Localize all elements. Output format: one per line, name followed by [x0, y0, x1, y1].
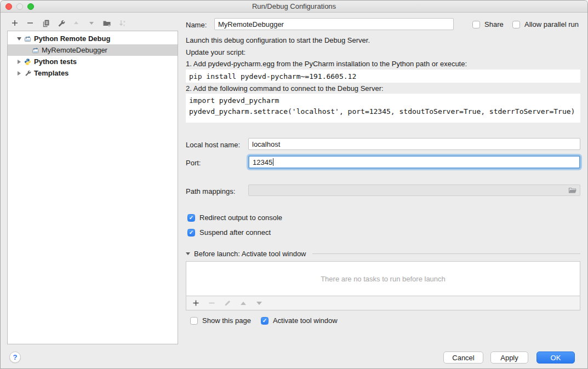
wrench-icon[interactable]: [56, 19, 65, 27]
port-value: 12345: [253, 158, 272, 166]
chevron-down-icon[interactable]: [15, 37, 22, 41]
share-checkbox[interactable]: [472, 21, 480, 28]
close-button[interactable]: [5, 3, 12, 10]
help-question-icon: ?: [13, 353, 18, 361]
port-input[interactable]: 12345: [248, 155, 580, 169]
add-task-icon[interactable]: [191, 299, 200, 308]
tree-item-label: Python Remote Debug: [34, 34, 110, 43]
page-option-row: Show this page Activate tool window: [190, 316, 338, 325]
move-task-down-icon[interactable]: [255, 299, 264, 308]
section-divider: [312, 253, 580, 254]
move-down-icon[interactable]: [87, 19, 96, 27]
remote-debug-icon: [32, 47, 39, 54]
share-checkbox-row: Share: [472, 20, 504, 28]
cancel-button[interactable]: Cancel: [443, 351, 483, 364]
collapse-triangle-icon[interactable]: [186, 252, 190, 255]
configurations-toolbar: az: [10, 19, 127, 27]
suspend-after-connect-checkbox[interactable]: [187, 229, 195, 237]
tree-item-python-remote-debug[interactable]: Python Remote Debug: [8, 33, 178, 44]
remove-icon[interactable]: [26, 19, 35, 27]
python-icon: [24, 58, 31, 66]
chevron-right-icon[interactable]: [15, 60, 22, 64]
task-list-toolbar: [186, 296, 580, 310]
move-up-icon[interactable]: [72, 19, 81, 27]
share-label: Share: [484, 20, 504, 28]
before-launch-title: Before launch: Activate tool window: [194, 250, 306, 258]
activate-tool-window-label: Activate tool window: [273, 316, 338, 325]
apply-button[interactable]: Apply: [490, 351, 528, 364]
add-icon[interactable]: [10, 19, 19, 27]
help-button[interactable]: ?: [9, 351, 21, 363]
local-host-input[interactable]: localhost: [248, 138, 580, 150]
instruction-intro: Launch this debug configuration to start…: [186, 36, 370, 44]
svg-text:a: a: [123, 20, 125, 23]
suspend-after-connect-row: Suspend after connect: [187, 228, 271, 237]
tree-item-label: Templates: [34, 69, 68, 77]
tree-item-python-tests[interactable]: Python tests: [8, 56, 178, 67]
name-value: MyRemoteDebugger: [218, 20, 284, 28]
path-mappings-input[interactable]: [248, 184, 580, 196]
window-title: Run/Debug Configurations: [252, 2, 336, 10]
settrace-code-line2: pydevd_pycharm.settrace('localhost', por…: [189, 107, 575, 116]
local-host-value: localhost: [252, 140, 280, 148]
name-label: Name:: [186, 21, 207, 29]
suspend-after-connect-label: Suspend after connect: [199, 228, 271, 237]
title-bar[interactable]: Run/Debug Configurations: [1, 1, 587, 13]
text-caret: [273, 158, 273, 166]
copy-icon[interactable]: [41, 19, 50, 27]
traffic-lights: [5, 3, 34, 10]
remote-debug-icon: [24, 35, 31, 43]
instruction-step1: 1. Add pydevd-pycharm.egg from the PyCha…: [186, 60, 467, 68]
ok-button[interactable]: OK: [536, 351, 575, 364]
redirect-output-row: Redirect output to console: [187, 214, 282, 222]
tree-item-templates[interactable]: Templates: [8, 67, 178, 79]
allow-parallel-checkbox-row: Allow parallel run: [512, 20, 579, 28]
show-this-page-label: Show this page: [202, 316, 251, 325]
browse-folder-icon[interactable]: [568, 187, 577, 194]
port-label: Port:: [186, 159, 201, 167]
configurations-tree: Python Remote Debug MyRemoteDebugger Pyt…: [7, 31, 178, 344]
allow-parallel-run-checkbox[interactable]: [512, 21, 520, 28]
move-task-up-icon[interactable]: [239, 299, 248, 308]
before-launch-header[interactable]: Before launch: Activate tool window: [186, 250, 580, 258]
redirect-output-checkbox[interactable]: [187, 214, 195, 222]
zoom-button[interactable]: [27, 3, 34, 10]
name-input[interactable]: MyRemoteDebugger: [214, 18, 454, 30]
settrace-code: import pydevd_pycharm pydevd_pycharm.set…: [186, 94, 580, 123]
redirect-output-label: Redirect output to console: [199, 214, 282, 222]
tree-item-label: Python tests: [34, 57, 77, 66]
before-launch-task-list[interactable]: There are no tasks to run before launch: [186, 261, 580, 296]
instruction-step2: 2. Add the following command to connect …: [186, 84, 384, 93]
activate-tool-window-checkbox[interactable]: [261, 317, 269, 325]
new-folder-icon[interactable]: [102, 19, 111, 27]
path-mappings-label: Path mappings:: [186, 187, 235, 195]
instruction-update: Update your script:: [186, 48, 246, 56]
pip-install-code: pip install pydevd-pycharm~=191.6605.12: [186, 70, 580, 83]
settrace-code-line1: import pydevd_pycharm: [189, 96, 279, 105]
show-this-page-checkbox[interactable]: [190, 317, 198, 325]
tree-item-myremotedebugger[interactable]: MyRemoteDebugger: [8, 44, 178, 56]
sort-alphabetically-icon[interactable]: az: [118, 19, 127, 27]
chevron-right-icon[interactable]: [15, 71, 22, 76]
edit-task-icon[interactable]: [223, 299, 232, 308]
local-host-label: Local host name:: [186, 141, 240, 149]
tree-item-label: MyRemoteDebugger: [42, 46, 107, 54]
svg-text:z: z: [123, 24, 125, 27]
run-debug-configurations-dialog: Run/Debug Configurations az: [0, 0, 588, 369]
allow-parallel-run-label: Allow parallel run: [524, 20, 579, 28]
remove-task-icon[interactable]: [207, 299, 216, 308]
wrench-icon: [24, 69, 31, 77]
empty-task-message: There are no tasks to run before launch: [321, 275, 446, 283]
minimize-button[interactable]: [16, 3, 23, 10]
